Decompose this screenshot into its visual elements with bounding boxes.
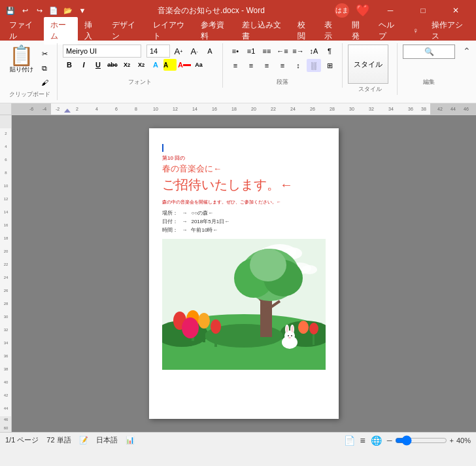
doc-venue: 場所： → ○○の森←	[162, 209, 326, 217]
font-size-shrink-button[interactable]: A-	[187, 45, 201, 58]
shading-button[interactable]: ░	[307, 59, 321, 72]
language-indicator[interactable]: 日本語	[96, 435, 118, 445]
styles-button[interactable]: スタイル	[348, 45, 388, 84]
redo-icon[interactable]: ↪	[34, 5, 44, 16]
menu-symbol[interactable]: ♀	[406, 24, 425, 38]
svg-text:16: 16	[212, 107, 217, 111]
track-changes-icon[interactable]: 📊	[126, 436, 135, 444]
editor-area: 2 4 6 8 10 12 14 16 18 20 22 24 26 28 30…	[0, 115, 476, 432]
copy-button[interactable]: ⧉	[37, 62, 52, 75]
zoom-plus-button[interactable]: +	[450, 437, 454, 444]
format-copy-button[interactable]: 🖌	[37, 76, 52, 89]
numbering-button[interactable]: ≡1	[244, 45, 258, 58]
clear-format-button[interactable]: A	[203, 45, 217, 58]
svg-text:30: 30	[4, 315, 8, 319]
svg-text:20: 20	[251, 107, 256, 111]
title-text: 音楽会のお知らせ.docx - Word	[88, 5, 335, 16]
svg-text:44: 44	[4, 406, 8, 410]
underline-button[interactable]: U	[92, 59, 105, 71]
indent-inc-button[interactable]: ≡→	[291, 45, 305, 58]
ribbon-toolbar: 📋 貼り付け ✂ ⧉ 🖌 クリップボード Meiryo UI 14 A+ A- …	[0, 41, 476, 103]
svg-text:38: 38	[4, 367, 8, 371]
font-size-grow-button[interactable]: A+	[171, 45, 186, 58]
open-icon[interactable]: 📂	[63, 5, 73, 16]
menu-developer[interactable]: 開発	[345, 17, 372, 45]
multilevel-button[interactable]: ≡≡	[260, 45, 274, 58]
svg-point-62	[301, 265, 317, 274]
svg-text:24: 24	[4, 276, 8, 279]
sort-button[interactable]: ↕A	[307, 45, 321, 58]
font-name-selector[interactable]: Meiryo UI	[63, 45, 141, 58]
subscript-button[interactable]: X2	[120, 59, 133, 71]
menu-insert[interactable]: 挿入	[78, 17, 105, 45]
ruler-scale: -6 -4 -2 2 4 6 8 10 12 14 16 18 20 22 24…	[12, 103, 476, 115]
user-avatar: はま	[335, 3, 349, 18]
svg-point-96	[288, 335, 289, 336]
strikethrough-button[interactable]: abc	[106, 59, 119, 71]
font-color-button[interactable]: A	[178, 59, 191, 71]
paste-button[interactable]: 📋 貼り付け	[8, 45, 35, 75]
show-marks-button[interactable]: ¶	[322, 45, 337, 58]
menu-file[interactable]: ファイル	[3, 17, 44, 45]
menu-view[interactable]: 表示	[318, 17, 345, 45]
save-icon[interactable]: 💾	[5, 5, 16, 16]
print-layout-icon[interactable]: ≡	[360, 435, 366, 446]
align-right-button[interactable]: ≡	[260, 59, 274, 72]
menu-review[interactable]: 校閲	[291, 17, 318, 45]
title-bar-left: 💾 ↩ ↪ 📄 📂 ▼	[5, 5, 88, 16]
menu-help[interactable]: ヘルプ	[372, 17, 406, 45]
svg-text:28: 28	[330, 107, 335, 111]
search-box[interactable]: 🔍	[403, 45, 455, 59]
svg-text:38: 38	[421, 107, 426, 111]
search-icon: 🔍	[424, 47, 434, 56]
font-size-selector[interactable]: 14	[146, 45, 170, 58]
menu-home[interactable]: ホーム	[44, 17, 78, 45]
proofread-icon[interactable]: 📝	[79, 436, 88, 444]
justify-button[interactable]: ≡	[275, 59, 290, 72]
menu-references[interactable]: 参考資料	[194, 17, 235, 45]
ribbon-collapse-button[interactable]: ⌃	[463, 46, 471, 56]
svg-point-89	[309, 323, 318, 334]
zoom-slider[interactable]	[395, 435, 447, 446]
svg-text:32: 32	[4, 328, 8, 332]
read-view-icon[interactable]: 📄	[344, 435, 355, 446]
align-left-button[interactable]: ≡	[228, 59, 243, 72]
bullets-button[interactable]: ≡•	[228, 45, 243, 58]
borders-button[interactable]: ⊞	[322, 59, 337, 72]
svg-text:2: 2	[76, 107, 78, 111]
superscript-button[interactable]: X2	[135, 59, 148, 71]
menu-design[interactable]: デザイン	[105, 17, 146, 45]
indent-dec-button[interactable]: ←≡	[275, 45, 290, 58]
svg-text:46: 46	[464, 107, 469, 111]
text-effects-button[interactable]: A	[149, 59, 162, 71]
svg-text:10: 10	[153, 107, 158, 111]
svg-point-95	[292, 326, 294, 332]
doc-big-title: ご招待いたします。←	[162, 176, 326, 194]
cut-button[interactable]: ✂	[37, 47, 52, 60]
ribbon-styles-group: スタイル スタイル	[345, 43, 398, 95]
svg-point-98	[288, 337, 291, 338]
italic-button[interactable]: I	[77, 59, 90, 71]
zoom-minus-button[interactable]: ─	[387, 437, 392, 444]
svg-text:18: 18	[4, 236, 8, 240]
web-layout-icon[interactable]: 🌐	[371, 435, 382, 446]
case-button[interactable]: Aa	[192, 59, 205, 71]
menu-assist[interactable]: 操作アシス	[425, 17, 473, 45]
more-icon[interactable]: ▼	[77, 5, 88, 16]
svg-text:10: 10	[4, 184, 8, 188]
doc-description: 森の中の音楽会を開催します。ぜひ、ご参加ください。←	[162, 199, 326, 206]
menu-layout[interactable]: レイアウト	[146, 17, 195, 45]
align-center-button[interactable]: ≡	[244, 59, 258, 72]
new-icon[interactable]: 📄	[48, 5, 59, 16]
menu-mailings[interactable]: 差し込み文書	[235, 17, 290, 45]
ribbon-clipboard-group: 📋 貼り付け ✂ ⧉ 🖌 クリップボード	[5, 43, 58, 100]
bold-button[interactable]: B	[63, 59, 76, 71]
line-spacing-button[interactable]: ↕	[291, 59, 305, 72]
document-canvas[interactable]: 第10 回の 春の音楽会に← ご招待いたします。← 森の中の音楽会を開催します。…	[12, 115, 476, 432]
document-page[interactable]: 第10 回の 春の音楽会に← ご招待いたします。← 森の中の音楽会を開催します。…	[149, 128, 339, 419]
highlight-button[interactable]: A	[163, 59, 177, 71]
svg-point-87	[298, 321, 309, 334]
menu-bar: ファイル ホーム 挿入 デザイン レイアウト 参考資料 差し込み文書 校閲 表示…	[0, 21, 476, 41]
svg-text:4: 4	[95, 107, 98, 111]
undo-icon[interactable]: ↩	[20, 5, 30, 16]
